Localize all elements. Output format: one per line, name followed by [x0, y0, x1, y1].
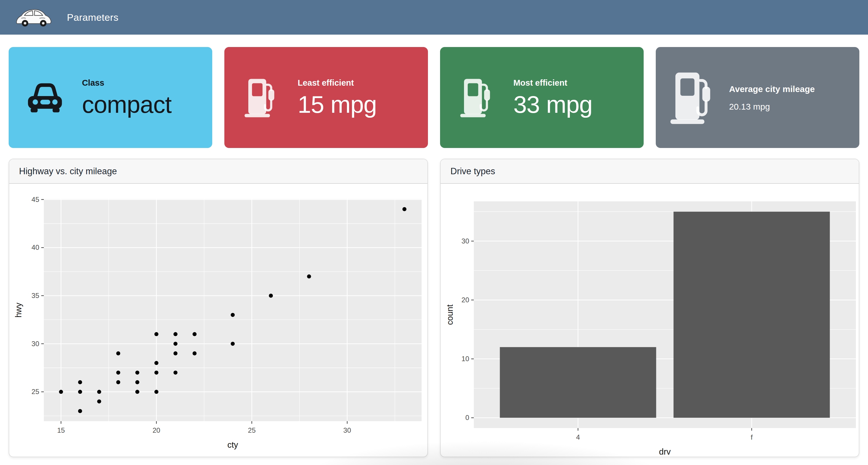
svg-text:35: 35	[31, 291, 39, 300]
svg-text:30: 30	[31, 340, 39, 348]
svg-text:4: 4	[576, 433, 580, 441]
bar-4	[500, 347, 656, 418]
x-axis-title: drv	[659, 447, 671, 456]
value-box-least-efficient: Least efficient 15 mpg	[224, 47, 428, 148]
card-body: 01020304fdrvcount	[441, 184, 859, 457]
value-box-text: Class compact	[82, 78, 212, 117]
drive-types-bar-chart: 01020304fdrvcount	[441, 184, 859, 457]
value-box-value: compact	[82, 92, 205, 117]
svg-text:30: 30	[461, 237, 469, 245]
svg-text:40: 40	[31, 244, 39, 251]
svg-text:25: 25	[248, 426, 256, 434]
value-box-title: Least efficient	[298, 78, 421, 88]
gas-pump-icon	[224, 77, 298, 118]
card-drive-types: Drive types 01020304fdrvcount	[440, 159, 859, 457]
card-title: Highway vs. city mileage	[19, 166, 117, 177]
y-axis-title: count	[445, 305, 455, 325]
value-box-text: Most efficient 33 mpg	[513, 78, 644, 117]
car-front-icon	[9, 81, 82, 114]
value-box-text: Least efficient 15 mpg	[298, 78, 428, 117]
gas-pump-icon	[440, 77, 513, 118]
bar-f	[674, 212, 830, 418]
value-box-most-efficient: Most efficient 33 mpg	[440, 47, 644, 148]
y-axis-title: hwy	[14, 303, 23, 318]
navbar: Parameters	[0, 0, 868, 35]
plot-panel	[44, 199, 422, 421]
chart-card-row: Highway vs. city mileage 152025302530354…	[9, 159, 859, 457]
card-header: Highway vs. city mileage	[9, 159, 427, 184]
value-box-title: Most efficient	[513, 78, 637, 88]
svg-text:10: 10	[461, 355, 469, 363]
svg-text:15: 15	[57, 426, 65, 434]
x-axis-title: cty	[227, 440, 238, 450]
card-title: Drive types	[451, 166, 495, 177]
svg-text:25: 25	[31, 388, 39, 396]
beetle-car-logo-icon	[14, 7, 54, 28]
svg-text:45: 45	[31, 195, 39, 204]
page-title: Parameters	[67, 12, 119, 23]
value-box-row: Class compact Least efficient 15 mpg	[9, 47, 859, 148]
dashboard-root: Parameters Class compact	[0, 0, 868, 465]
gas-pump-icon	[656, 70, 729, 125]
svg-text:20: 20	[153, 426, 160, 434]
value-box-value: 15 mpg	[298, 92, 421, 117]
value-box-average-city-mileage: Average city mileage 20.13 mpg	[656, 47, 859, 148]
svg-text:0: 0	[465, 414, 469, 422]
value-box-class: Class compact	[9, 47, 212, 148]
hwy-vs-cty-scatter-plot: 152025302530354045ctyhwy	[9, 184, 427, 457]
value-box-text: Average city mileage 20.13 mpg	[729, 84, 859, 111]
svg-text:20: 20	[461, 296, 469, 304]
value-box-value: 20.13 mpg	[729, 102, 852, 111]
value-box-title: Average city mileage	[729, 84, 852, 94]
card-highway-vs-city: Highway vs. city mileage 152025302530354…	[9, 159, 428, 457]
card-body: 152025302530354045ctyhwy	[9, 184, 427, 457]
value-box-value: 33 mpg	[513, 92, 637, 117]
card-header: Drive types	[441, 159, 859, 184]
value-box-title: Class	[82, 78, 205, 88]
svg-text:f: f	[751, 433, 753, 441]
svg-text:30: 30	[343, 426, 351, 434]
